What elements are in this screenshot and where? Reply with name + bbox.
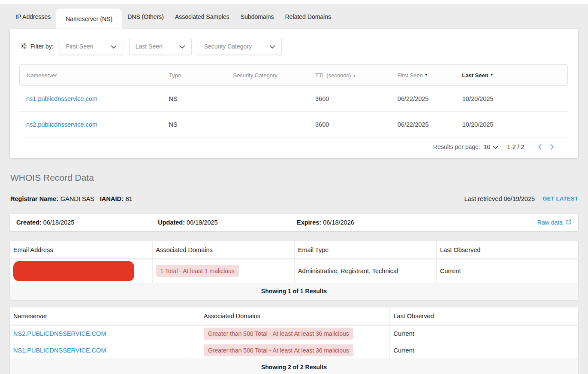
updated-label: Updated: <box>158 219 185 226</box>
col-email-address: Email Address <box>10 241 153 258</box>
updated-cell: Updated: 06/19/2025 <box>158 219 297 226</box>
col-ttl-sort[interactable]: TTL (seconds)▼ <box>308 72 391 79</box>
last-seen-cell: 10/20/2025 <box>455 121 568 128</box>
chevron-down-icon <box>179 43 185 50</box>
col-first-seen-label: First Seen <box>398 72 423 79</box>
col-security-category: Security Category <box>226 72 308 79</box>
sort-desc-icon: ▼ <box>425 73 428 77</box>
col-associated-domains: Associated Domains <box>200 307 390 325</box>
type-cell: NS <box>162 95 226 102</box>
raw-data-label: Raw data <box>537 219 563 226</box>
malicious-count-badge: Greater than 500 Total - At least At lea… <box>204 344 353 356</box>
col-last-observed: Last Observed <box>437 241 578 258</box>
col-last-observed: Last Observed <box>390 307 578 325</box>
expires-value: 06/18/2026 <box>323 219 354 226</box>
col-ttl-label: TTL (seconds) <box>315 72 351 79</box>
email-table-header: Email Address Associated Domains Email T… <box>10 241 578 259</box>
get-latest-button[interactable]: GET LATEST <box>543 195 578 203</box>
last-observed-cell: Current <box>390 342 578 359</box>
email-table-footer: Showing 1 of 1 Results <box>10 283 578 300</box>
nameserver-link[interactable]: ns2.publicdnsservice.com <box>26 121 97 128</box>
last-observed-cell: Current <box>437 259 578 283</box>
col-type: Type <box>162 72 226 79</box>
col-nameserver: Nameserver <box>20 72 162 79</box>
table-row: ns2.publicdnsservice.com NS 3600 06/22/2… <box>19 112 568 137</box>
created-label: Created: <box>16 219 42 226</box>
tab-associated-samples[interactable]: Associated Samples <box>169 4 235 29</box>
tab-subdomains[interactable]: Subdomains <box>235 4 280 29</box>
dns-tabs: IP Addresses Nameserver (NS) DNS (Others… <box>0 4 588 29</box>
registrar-name-label: Registrar Name: <box>10 195 58 202</box>
expires-label: Expires: <box>297 219 321 226</box>
results-per-page-label: Results per page: <box>433 143 480 150</box>
col-first-seen-sort[interactable]: First Seen▼ <box>391 72 455 79</box>
first-seen-cell: 06/22/2025 <box>391 121 455 128</box>
pagination-range: 1-2 / 2 <box>507 143 524 150</box>
filter-security-category-dropdown[interactable]: Security Category <box>198 38 282 55</box>
registrar-name-value: GANDI SAS <box>60 195 94 202</box>
filter-by-label: Filter by: <box>20 43 54 51</box>
whois-section-title: WHOIS Record Data <box>10 173 588 183</box>
col-nameserver: Nameserver <box>10 307 200 325</box>
email-type-cell: Administrative, Registrant, Technical <box>295 259 437 283</box>
nameserver-link[interactable]: ns1.publicdnsservice.com <box>26 95 97 102</box>
per-page-value: 10 <box>484 143 491 150</box>
table-row: NS1.PUBLICDNSSERVICE.COM Greater than 50… <box>10 342 578 359</box>
nameserver-link[interactable]: NS2.PUBLICDNSSERVICE.COM <box>13 330 106 337</box>
filter-by-text: Filter by: <box>30 43 54 50</box>
first-seen-cell: 06/22/2025 <box>391 95 455 102</box>
chevron-down-icon <box>269 43 275 50</box>
col-last-seen-sort[interactable]: Last Seen▼ <box>455 72 567 79</box>
redacted-email <box>13 261 134 281</box>
malicious-count-badge: Greater than 500 Total - At least At lea… <box>204 328 353 340</box>
sort-desc-icon: ▼ <box>490 73 494 77</box>
whois-email-table: Email Address Associated Domains Email T… <box>10 241 578 300</box>
per-page-select[interactable]: 10 <box>484 143 499 150</box>
col-associated-domains: Associated Domains <box>153 241 295 258</box>
col-last-seen-label: Last Seen <box>462 72 488 79</box>
ianaid-value: 81 <box>126 195 133 202</box>
tab-ip-addresses[interactable]: IP Addresses <box>10 4 56 29</box>
raw-data-link[interactable]: Raw data <box>537 219 572 226</box>
pagination: Results per page: 10 1-2 / 2 <box>19 137 568 150</box>
nameserver-table-footer: Showing 2 of 2 Results <box>10 359 578 374</box>
nameserver-panel: Filter by: First Seen Last Seen Security… <box>10 29 578 158</box>
nameserver-records-table: Nameserver Type Security Category TTL (s… <box>19 64 568 150</box>
ttl-cell: 3600 <box>308 121 391 128</box>
chevron-down-icon <box>111 43 117 50</box>
filter-security-category-label: Security Category <box>204 43 252 50</box>
updated-value: 06/19/2025 <box>187 219 218 226</box>
nameserver-table-header: Nameserver Associated Domains Last Obser… <box>10 307 578 325</box>
filter-sliders-icon <box>20 43 27 51</box>
previous-page-icon[interactable] <box>535 144 544 150</box>
type-cell: NS <box>162 121 226 128</box>
registrar-info: Registrar Name:GANDI SASIANAID:81 <box>10 195 135 203</box>
last-retrieved-text: Last retrieved 06/19/2025 <box>464 195 535 203</box>
chevron-down-icon <box>493 143 498 150</box>
nameserver-link[interactable]: NS1.PUBLICDNSSERVICE.COM <box>13 347 106 354</box>
sort-desc-icon: ▼ <box>353 74 356 78</box>
tab-dns-others[interactable]: DNS (Others) <box>122 4 169 29</box>
filter-first-seen-dropdown[interactable]: First Seen <box>60 38 123 55</box>
filter-bar: Filter by: First Seen Last Seen Security… <box>10 29 578 55</box>
filter-last-seen-dropdown[interactable]: Last Seen <box>129 38 192 55</box>
whois-dates-bar: Created: 06/18/2025 Updated: 06/19/2025 … <box>10 214 578 231</box>
whois-nameserver-table: Nameserver Associated Domains Last Obser… <box>10 307 578 374</box>
malicious-count-badge: 1 Total - At least 1 malicious <box>156 265 239 277</box>
last-seen-cell: 10/20/2025 <box>455 95 568 102</box>
registrar-row: Registrar Name:GANDI SASIANAID:81 Last r… <box>10 195 578 203</box>
expires-cell: Expires: 06/18/2026 <box>297 219 436 226</box>
filter-first-seen-label: First Seen <box>66 43 93 50</box>
ianaid-label: IANAID: <box>100 195 124 202</box>
tab-related-domains[interactable]: Related Domains <box>280 4 337 29</box>
next-page-icon[interactable] <box>548 144 557 150</box>
created-value: 06/18/2025 <box>43 219 75 226</box>
top-white-strip <box>0 0 588 4</box>
filter-last-seen-label: Last Seen <box>136 43 163 50</box>
table-row: 1 Total - At least 1 malicious Administr… <box>10 259 578 283</box>
tab-nameserver-ns[interactable]: Nameserver (NS) <box>56 9 122 29</box>
last-observed-cell: Current <box>390 325 578 342</box>
external-link-icon <box>566 219 572 226</box>
ttl-cell: 3600 <box>308 95 391 102</box>
whois-actions: Last retrieved 06/19/2025 GET LATEST <box>464 195 578 203</box>
